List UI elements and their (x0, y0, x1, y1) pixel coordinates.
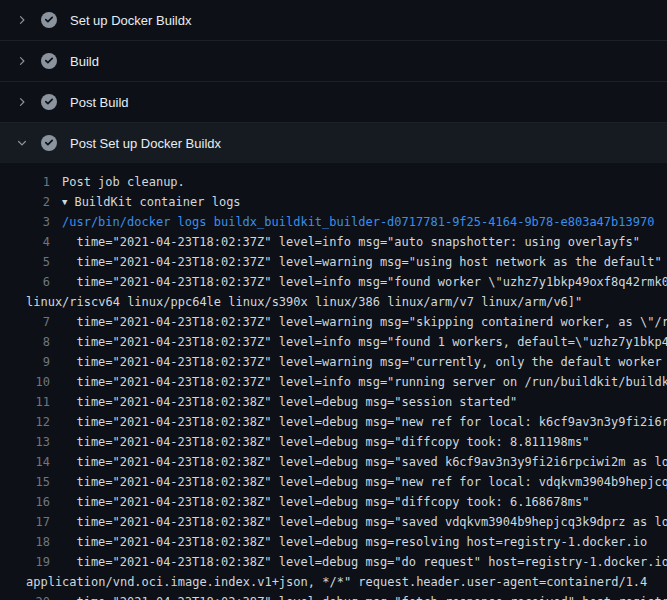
log-lines: 1Post job cleanup.2▼BuildKit container l… (0, 163, 667, 600)
line-number: 6 (0, 272, 62, 292)
log-line: 6 time="2021-04-23T18:02:37Z" level=info… (0, 272, 667, 292)
log-text: time="2021-04-23T18:02:38Z" level=debug … (62, 472, 667, 492)
chevron-right-icon (16, 55, 28, 67)
line-number: 1 (0, 172, 62, 192)
check-circle-icon (41, 12, 57, 28)
log-text: time="2021-04-23T18:02:37Z" level=info m… (62, 272, 667, 292)
line-number: 7 (0, 312, 62, 332)
line-number: 9 (0, 352, 62, 372)
chevron-down-icon (16, 137, 28, 149)
log-line: 7 time="2021-04-23T18:02:37Z" level=warn… (0, 312, 667, 332)
step-label: Post Build (70, 95, 129, 110)
log-text: time="2021-04-23T18:02:38Z" level=debug … (62, 412, 667, 432)
step-build[interactable]: Build (0, 40, 667, 81)
log-line: 17 time="2021-04-23T18:02:38Z" level=deb… (0, 512, 667, 532)
group-collapse-icon[interactable]: ▼ (62, 192, 67, 212)
line-number: 13 (0, 432, 62, 452)
step-label: Set up Docker Buildx (70, 13, 191, 28)
check-circle-icon (41, 135, 57, 151)
line-number: 2 (0, 192, 62, 212)
step-label: Build (70, 54, 99, 69)
line-number: 11 (0, 392, 62, 412)
log-line: 20 time="2021-04-23T18:02:38Z" level=deb… (0, 592, 667, 600)
log-line: 15 time="2021-04-23T18:02:38Z" level=deb… (0, 472, 667, 492)
log-text: time="2021-04-23T18:02:37Z" level=warnin… (62, 312, 667, 332)
line-number: 15 (0, 472, 62, 492)
line-number: 10 (0, 372, 62, 392)
log-text: time="2021-04-23T18:02:38Z" level=debug … (62, 392, 517, 412)
log-line: 1Post job cleanup. (0, 172, 667, 192)
log-text: time="2021-04-23T18:02:37Z" level=info m… (62, 372, 667, 392)
log-text: time="2021-04-23T18:02:38Z" level=debug … (62, 512, 667, 532)
log-line-continuation: linux/riscv64 linux/ppc64le linux/s390x … (0, 292, 667, 312)
line-number: 4 (0, 232, 62, 252)
log-text: time="2021-04-23T18:02:37Z" level=info m… (62, 232, 640, 252)
log-line: 8 time="2021-04-23T18:02:37Z" level=info… (0, 332, 667, 352)
step-post-set-up-docker-buildx[interactable]: Post Set up Docker Buildx (0, 122, 667, 163)
log-text: time="2021-04-23T18:02:37Z" level=info m… (62, 332, 667, 352)
log-text: time="2021-04-23T18:02:38Z" level=debug … (62, 432, 589, 452)
log-line: 9 time="2021-04-23T18:02:37Z" level=warn… (0, 352, 667, 372)
log-line: 16 time="2021-04-23T18:02:38Z" level=deb… (0, 492, 667, 512)
log-text: time="2021-04-23T18:02:37Z" level=warnin… (62, 352, 667, 372)
line-number: 18 (0, 532, 62, 552)
log-text: time="2021-04-23T18:02:38Z" level=debug … (62, 552, 667, 572)
log-line: 5 time="2021-04-23T18:02:37Z" level=warn… (0, 252, 667, 272)
check-circle-icon (41, 94, 57, 110)
log-line: 14 time="2021-04-23T18:02:38Z" level=deb… (0, 452, 667, 472)
log-text: time="2021-04-23T18:02:38Z" level=debug … (62, 592, 667, 600)
log-text: time="2021-04-23T18:02:37Z" level=warnin… (62, 252, 662, 272)
step-set-up-docker-buildx[interactable]: Set up Docker Buildx (0, 0, 667, 40)
actions-log-viewer: Set up Docker Buildx Build (0, 0, 667, 600)
line-number: 8 (0, 332, 62, 352)
line-number: 20 (0, 592, 62, 600)
log-line: 2▼BuildKit container logs (0, 192, 667, 212)
line-number: 16 (0, 492, 62, 512)
step-list: Set up Docker Buildx Build (0, 0, 667, 163)
line-number: 3 (0, 212, 62, 232)
log-line: 3/usr/bin/docker logs buildx_buildkit_bu… (0, 212, 667, 232)
log-text: Post job cleanup. (62, 172, 185, 192)
log-line: 12 time="2021-04-23T18:02:38Z" level=deb… (0, 412, 667, 432)
log-line: 18 time="2021-04-23T18:02:38Z" level=deb… (0, 532, 667, 552)
line-number: 12 (0, 412, 62, 432)
chevron-right-icon (16, 96, 28, 108)
log-line: 19 time="2021-04-23T18:02:38Z" level=deb… (0, 552, 667, 572)
log-text: time="2021-04-23T18:02:38Z" level=debug … (62, 452, 667, 472)
log-line: 10 time="2021-04-23T18:02:37Z" level=inf… (0, 372, 667, 392)
line-number: 19 (0, 552, 62, 572)
log-line: 4 time="2021-04-23T18:02:37Z" level=info… (0, 232, 667, 252)
line-number: 14 (0, 452, 62, 472)
check-circle-icon (41, 53, 57, 69)
log-text: time="2021-04-23T18:02:38Z" level=debug … (62, 492, 589, 512)
log-line: 13 time="2021-04-23T18:02:38Z" level=deb… (0, 432, 667, 452)
line-number: 17 (0, 512, 62, 532)
log-line: 11 time="2021-04-23T18:02:38Z" level=deb… (0, 392, 667, 412)
log-command-text: /usr/bin/docker logs buildx_buildkit_bui… (62, 212, 654, 232)
log-text: time="2021-04-23T18:02:38Z" level=debug … (62, 532, 647, 552)
line-number: 5 (0, 252, 62, 272)
log-text[interactable]: ▼BuildKit container logs (62, 192, 241, 212)
chevron-right-icon (16, 14, 28, 26)
step-label: Post Set up Docker Buildx (70, 136, 221, 151)
step-post-build[interactable]: Post Build (0, 81, 667, 122)
log-line-continuation: application/vnd.oci.image.index.v1+json,… (0, 572, 667, 592)
